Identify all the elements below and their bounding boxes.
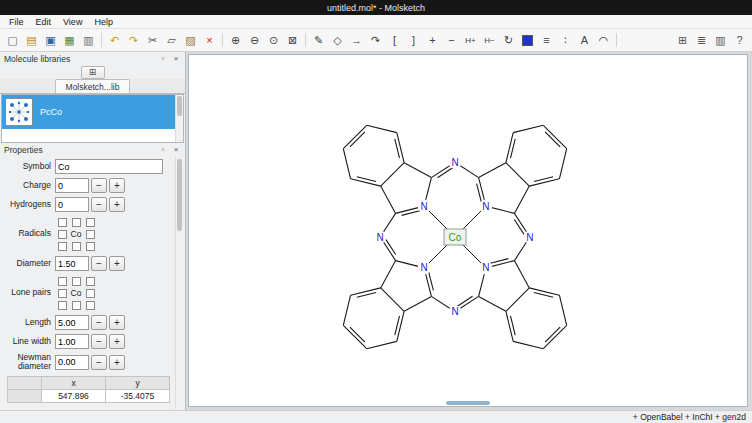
selection-tool-icon[interactable]: ◠	[595, 32, 612, 49]
radical-checkbox[interactable]	[86, 242, 95, 251]
length-input[interactable]	[55, 315, 89, 330]
length-increment-button[interactable]: +	[109, 315, 125, 330]
print-icon[interactable]: ▥	[80, 32, 97, 49]
symbol-input[interactable]	[55, 159, 163, 174]
line-width-input[interactable]	[55, 334, 89, 349]
radical-checkbox[interactable]	[86, 218, 95, 227]
lone-pair-checkbox[interactable]	[72, 301, 81, 310]
coord-cell-y[interactable]: -35.4075	[106, 389, 170, 402]
svg-text:N: N	[451, 306, 458, 317]
properties-scrollbar-handle[interactable]	[177, 159, 182, 231]
charge-minus-icon[interactable]: −	[443, 32, 460, 49]
radical-checkbox[interactable]	[58, 218, 67, 227]
status-text: + OpenBabel + InChI + gen2d	[633, 412, 746, 422]
save-icon[interactable]: ▣	[42, 32, 59, 49]
library-scrollbar[interactable]	[175, 95, 183, 142]
hydrogen-add-icon[interactable]: H+	[462, 32, 479, 49]
hydrogens-input[interactable]	[55, 197, 89, 212]
hydrogens-decrement-button[interactable]: −	[91, 197, 107, 212]
reaction-arrow-icon[interactable]: →	[348, 32, 365, 49]
lone-pair-checkbox[interactable]	[86, 289, 95, 298]
drawing-canvas[interactable]: NNNNNNNNCo	[188, 54, 748, 407]
zoom-out-icon[interactable]: ⊖	[246, 32, 263, 49]
diameter-increment-button[interactable]: +	[109, 256, 125, 271]
float-dock-icon[interactable]: ▫	[158, 54, 168, 64]
newman-diameter-input[interactable]	[55, 355, 89, 370]
newman-increment-button[interactable]: +	[109, 355, 125, 370]
open-file-icon[interactable]: ▤	[23, 32, 40, 49]
lone-pair-checkbox[interactable]	[72, 277, 81, 286]
align-tool-icon[interactable]: ⊞	[674, 32, 691, 49]
redo-icon[interactable]: ↷	[125, 32, 142, 49]
rotate-tool-icon[interactable]: ↻	[500, 32, 517, 49]
zoom-original-icon[interactable]: ⊙	[265, 32, 282, 49]
float-dock-icon[interactable]: ▫	[158, 145, 168, 155]
coord-cell-x[interactable]: 547.896	[42, 389, 106, 402]
lone-pair-checkbox[interactable]	[86, 301, 95, 310]
charge-increment-button[interactable]: +	[109, 178, 125, 193]
bracket-open-icon[interactable]: [	[386, 32, 403, 49]
charge-input[interactable]	[55, 178, 89, 193]
library-settings-button[interactable]: ⊞	[81, 66, 105, 79]
export-image-icon[interactable]: ▦	[61, 32, 78, 49]
radical-checkbox[interactable]	[72, 218, 81, 227]
color-picker-icon[interactable]	[519, 32, 536, 49]
hydrogens-increment-button[interactable]: +	[109, 197, 125, 212]
newman-decrement-button[interactable]: −	[91, 355, 107, 370]
mechanism-arrow-icon[interactable]: ↷	[367, 32, 384, 49]
close-dock-icon[interactable]: ×	[171, 145, 181, 155]
menu-file[interactable]: File	[3, 16, 30, 28]
lone-pair-tool-icon[interactable]: ∶	[557, 32, 574, 49]
lone-pair-checkbox[interactable]	[58, 289, 67, 298]
draw-tool-icon[interactable]: ✎	[310, 32, 327, 49]
radical-checkbox[interactable]	[58, 230, 67, 239]
paste-icon[interactable]: ▨	[182, 32, 199, 49]
text-tool-icon[interactable]: A	[576, 32, 593, 49]
menu-help[interactable]: Help	[88, 16, 119, 28]
lone-pair-checkbox[interactable]	[86, 277, 95, 286]
zoom-in-icon[interactable]: ⊕	[227, 32, 244, 49]
help-tool-icon[interactable]: ?	[731, 32, 748, 49]
library-item-pcco[interactable]: PcCo	[2, 95, 175, 129]
lone-pair-checkbox[interactable]	[58, 277, 67, 286]
charge-decrement-button[interactable]: −	[91, 178, 107, 193]
arrange-tool-icon[interactable]: ≣	[693, 32, 710, 49]
undo-icon[interactable]: ↶	[106, 32, 123, 49]
radicals-row: Radicals Co	[3, 216, 171, 252]
canvas-hscroll-handle[interactable]	[446, 401, 490, 405]
line-width-increment-button[interactable]: +	[109, 334, 125, 349]
zoom-fit-icon[interactable]: ⊠	[284, 32, 301, 49]
svg-text:N: N	[451, 157, 458, 168]
cut-icon[interactable]: ✂	[144, 32, 161, 49]
radical-checkbox[interactable]	[86, 230, 95, 239]
radical-checkbox[interactable]	[72, 242, 81, 251]
ring-tool-icon[interactable]: ◇	[329, 32, 346, 49]
library-item-thumbnail	[5, 98, 33, 126]
radical-checkbox[interactable]	[58, 242, 67, 251]
delete-icon[interactable]: ×	[201, 32, 218, 49]
diameter-input[interactable]	[55, 256, 89, 271]
menu-view[interactable]: View	[57, 16, 88, 28]
diameter-decrement-button[interactable]: −	[91, 256, 107, 271]
copy-icon[interactable]: ▱	[163, 32, 180, 49]
toolbar-separator	[616, 33, 617, 47]
hydrogens-label: Hydrogens	[3, 200, 55, 209]
lone-pair-checkbox[interactable]	[58, 301, 67, 310]
hydrogen-remove-icon[interactable]: H−	[481, 32, 498, 49]
charge-row: Charge − +	[3, 178, 171, 193]
view-options-icon[interactable]: ▥	[712, 32, 729, 49]
length-decrement-button[interactable]: −	[91, 315, 107, 330]
close-dock-icon[interactable]: ×	[171, 54, 181, 64]
line-width-icon[interactable]: ≡	[538, 32, 555, 49]
tab-molsketch-lib[interactable]: Molsketch...lib	[55, 79, 131, 93]
symbol-row: Symbol	[3, 159, 171, 174]
charge-plus-icon[interactable]: +	[424, 32, 441, 49]
properties-scrollbar[interactable]	[175, 157, 183, 409]
menu-edit[interactable]: Edit	[30, 16, 58, 28]
line-width-decrement-button[interactable]: −	[91, 334, 107, 349]
bracket-close-icon[interactable]: ]	[405, 32, 422, 49]
radicals-label: Radicals	[3, 229, 55, 238]
library-scrollbar-handle[interactable]	[177, 96, 182, 116]
new-document-icon[interactable]: ▢	[4, 32, 21, 49]
lone-pairs-center-symbol: Co	[71, 288, 82, 298]
